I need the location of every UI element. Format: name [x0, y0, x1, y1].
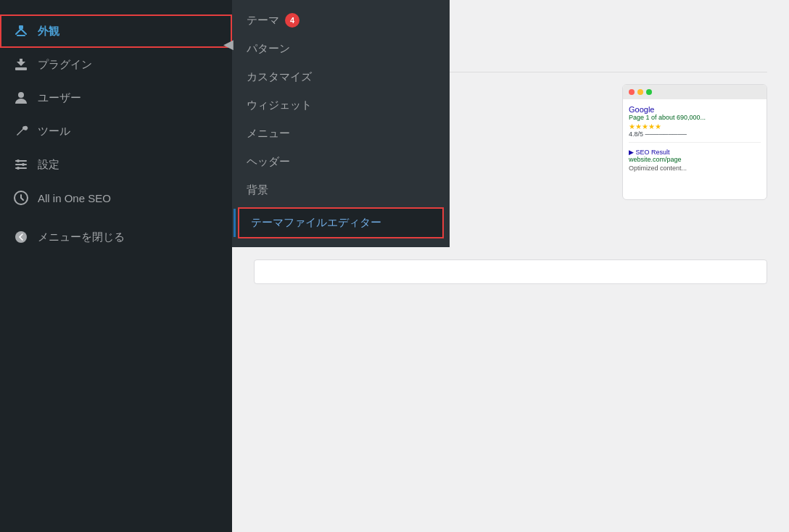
sidebar-item-tools-label: ツール: [38, 125, 70, 138]
stars: ★★★★★: [629, 122, 761, 130]
sidebar-item-close-menu[interactable]: メニューを閉じる: [0, 220, 232, 254]
sidebar-item-aioseo[interactable]: All in One SEO: [0, 181, 232, 215]
google-preview: Google Page 1 of about 690,000... ★★★★★ …: [622, 84, 767, 200]
appearance-submenu: テーマ 4 パターン カスタマイズ ウィジェット メニュー ヘッダー 背景 テー…: [232, 0, 450, 247]
settings-icon: [12, 155, 30, 174]
sidebar-item-close-menu-label: メニューを閉じる: [38, 230, 125, 244]
submenu-item-widgets[interactable]: ウィジェット: [232, 91, 450, 120]
themes-badge: 4: [285, 13, 300, 28]
submenu-item-background[interactable]: 背景: [232, 176, 450, 204]
submenu-item-menus[interactable]: メニュー: [232, 120, 450, 148]
rating-text: 4.8/5 ─────────: [629, 130, 761, 138]
preview-link2: ▶ SEO Result: [629, 149, 761, 156]
users-icon: [12, 88, 30, 107]
submenu-item-theme-file-editor[interactable]: テーマファイルエディター: [238, 207, 444, 238]
google-preview-content: Google Page 1 of about 690,000... ★★★★★ …: [623, 99, 767, 178]
submenu-background-label: 背景: [247, 183, 268, 197]
appearance-icon: [12, 22, 30, 41]
svg-point-7: [22, 163, 25, 166]
submenu-item-patterns[interactable]: パターン: [232, 35, 450, 63]
sidebar-item-users-label: ユーザー: [38, 91, 81, 105]
google-url: Page 1 of about 690,000...: [629, 114, 761, 121]
svg-rect-1: [15, 67, 27, 70]
sidebar-item-settings[interactable]: 設定: [0, 148, 232, 181]
sidebar: 外観 プラグイン ユーザー ツール: [0, 0, 232, 532]
preview-desc2: Optimized content...: [629, 165, 761, 172]
svg-point-8: [17, 167, 20, 170]
sidebar-item-appearance-label: 外観: [38, 25, 59, 38]
svg-rect-0: [19, 25, 23, 29]
dot-green: [646, 89, 652, 95]
submenu-patterns-label: パターン: [247, 42, 290, 56]
google-desc: ★★★★★ 4.8/5 ─────────: [629, 122, 761, 138]
svg-point-6: [17, 159, 20, 162]
submenu-menus-label: メニュー: [247, 127, 290, 141]
plugins-icon: [12, 55, 30, 74]
svg-point-10: [15, 231, 27, 243]
submenu-header-label: ヘッダー: [247, 155, 290, 169]
sidebar-item-users[interactable]: ユーザー: [0, 81, 232, 115]
sidebar-item-settings-label: 設定: [38, 158, 59, 172]
dot-red: [629, 89, 635, 95]
submenu-theme-file-editor-label: テーマファイルエディター: [251, 216, 381, 230]
google-title: Google: [629, 105, 761, 114]
preview-url2: website.com/page: [629, 156, 761, 163]
browser-bar: [623, 85, 767, 99]
submenu-item-header[interactable]: ヘッダー: [232, 148, 450, 176]
bottom-card: [254, 259, 767, 284]
dot-yellow: [637, 89, 643, 95]
submenu-customize-label: カスタマイズ: [247, 70, 312, 84]
tools-icon: [12, 122, 30, 141]
submenu-arrow: ◀: [223, 36, 234, 52]
sidebar-item-tools[interactable]: ツール: [0, 115, 232, 148]
svg-point-2: [18, 92, 24, 98]
aioseo-icon: [12, 188, 30, 207]
sidebar-item-aioseo-label: All in One SEO: [38, 192, 111, 204]
sidebar-item-appearance[interactable]: 外観: [0, 14, 232, 48]
close-menu-icon: [12, 228, 30, 246]
submenu-item-customize[interactable]: カスタマイズ: [232, 63, 450, 91]
svg-rect-4: [15, 164, 27, 165]
preview-divider: [629, 142, 761, 146]
sidebar-item-plugins[interactable]: プラグイン: [0, 48, 232, 81]
submenu-item-themes[interactable]: テーマ 4: [232, 6, 450, 35]
submenu-themes-label: テーマ: [247, 14, 279, 28]
sidebar-item-plugins-label: プラグイン: [38, 58, 92, 72]
submenu-widgets-label: ウィジェット: [247, 99, 312, 112]
